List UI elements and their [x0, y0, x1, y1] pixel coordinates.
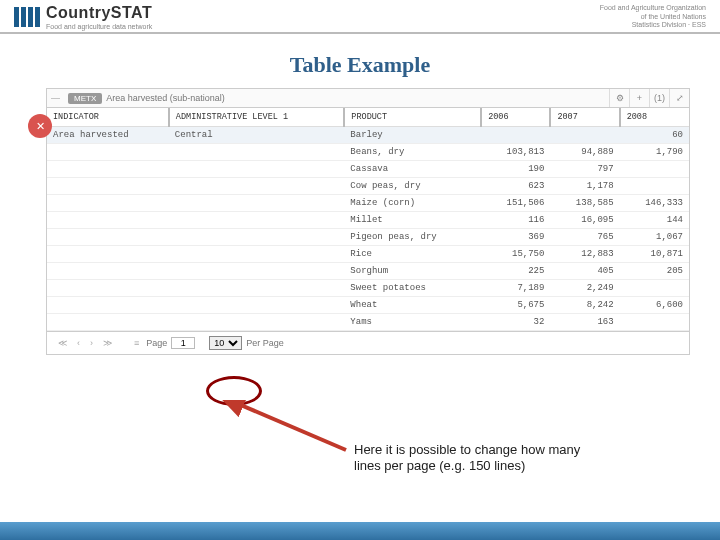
pager-page-label: Page	[146, 338, 167, 348]
cell: 116	[481, 212, 550, 229]
cell: Rice	[344, 246, 481, 263]
plus-icon[interactable]: +	[629, 89, 649, 107]
cell	[620, 314, 689, 331]
count-badge: (1)	[649, 89, 669, 107]
pager-bar: ≪ ‹ › ≫ ≡ Page 10 Per Page	[46, 332, 690, 355]
metadata-badge: METX	[68, 93, 102, 104]
col-2008[interactable]: 2008	[620, 108, 689, 127]
svg-line-0	[236, 403, 346, 450]
cell: 94,889	[550, 144, 619, 161]
annotation-callout: Here it is possible to change how many l…	[354, 442, 580, 475]
cell	[47, 314, 169, 331]
data-table: INDICATOR ADMINISTRATIVE LEVEL 1 PRODUCT…	[47, 108, 689, 331]
table-row[interactable]: Millet11616,095144	[47, 212, 689, 229]
cell: 1,178	[550, 178, 619, 195]
cell: 369	[481, 229, 550, 246]
cell	[620, 280, 689, 297]
table-row[interactable]: Pigeon peas, dry3697651,067	[47, 229, 689, 246]
cell: 32	[481, 314, 550, 331]
col-2007[interactable]: 2007	[550, 108, 619, 127]
cell	[169, 246, 345, 263]
col-indicator[interactable]: INDICATOR	[47, 108, 169, 127]
collapse-toggle[interactable]: —	[47, 93, 64, 103]
pager-prev-icon[interactable]: ‹	[74, 338, 83, 348]
table-header-row: INDICATOR ADMINISTRATIVE LEVEL 1 PRODUCT…	[47, 108, 689, 127]
table-row[interactable]: Rice15,75012,88310,871	[47, 246, 689, 263]
cell: Area harvested	[47, 127, 169, 144]
footer-bar	[0, 522, 720, 540]
brand-bars-icon	[14, 7, 40, 27]
cell	[47, 229, 169, 246]
pager-next-icon[interactable]: ›	[87, 338, 96, 348]
pager-page-input[interactable]	[171, 337, 195, 349]
col-product[interactable]: PRODUCT	[344, 108, 481, 127]
fao-attribution: Food and Agriculture Organization of the…	[600, 4, 706, 29]
cell: 2,249	[550, 280, 619, 297]
cell: 205	[620, 263, 689, 280]
cell	[47, 195, 169, 212]
data-table-wrap: INDICATOR ADMINISTRATIVE LEVEL 1 PRODUCT…	[46, 108, 690, 332]
col-admin[interactable]: ADMINISTRATIVE LEVEL 1	[169, 108, 345, 127]
cell	[47, 280, 169, 297]
cell	[169, 161, 345, 178]
cell	[169, 195, 345, 212]
cell	[47, 144, 169, 161]
table-stage: ✕ — METX Area harvested (sub-national) ⚙…	[46, 88, 690, 355]
cell: 190	[481, 161, 550, 178]
table-row[interactable]: Yams32163	[47, 314, 689, 331]
cell: 138,585	[550, 195, 619, 212]
table-row[interactable]: Maize (corn)151,506138,585146,333	[47, 195, 689, 212]
brand-logo: CountrySTAT Food and agriculture data ne…	[14, 4, 152, 30]
expand-icon[interactable]: ⤢	[669, 89, 689, 107]
cell: Pigeon peas, dry	[344, 229, 481, 246]
cell	[47, 161, 169, 178]
pager-first-icon[interactable]: ≪	[55, 338, 70, 348]
cell: 12,883	[550, 246, 619, 263]
cell: 8,242	[550, 297, 619, 314]
cell: 7,189	[481, 280, 550, 297]
cell	[620, 178, 689, 195]
table-row[interactable]: Sorghum225405205	[47, 263, 689, 280]
table-row[interactable]: Cow peas, dry6231,178	[47, 178, 689, 195]
brand-stat: STAT	[111, 4, 152, 21]
cell: 6,600	[620, 297, 689, 314]
cell	[550, 127, 619, 144]
cell	[47, 212, 169, 229]
cell	[47, 297, 169, 314]
cell	[481, 127, 550, 144]
pager-perpage-label: Per Page	[246, 338, 284, 348]
cell: Sweet potatoes	[344, 280, 481, 297]
cell: Yams	[344, 314, 481, 331]
table-row[interactable]: Wheat5,6758,2426,600	[47, 297, 689, 314]
table-row[interactable]: Cassava190797	[47, 161, 689, 178]
table-toolbar: — METX Area harvested (sub-national) ⚙ +…	[46, 88, 690, 108]
brand-subtitle: Food and agriculture data network	[46, 23, 152, 30]
cell	[169, 229, 345, 246]
cell: 163	[550, 314, 619, 331]
annotation-arrow	[216, 400, 366, 460]
cell	[169, 297, 345, 314]
cell: Cassava	[344, 161, 481, 178]
tools-fab[interactable]: ✕	[28, 114, 52, 138]
cell: 15,750	[481, 246, 550, 263]
pager-last-icon[interactable]: ≫	[100, 338, 115, 348]
cell: Sorghum	[344, 263, 481, 280]
table-row[interactable]: Area harvestedCentralBarley60	[47, 127, 689, 144]
cell: 16,095	[550, 212, 619, 229]
annotation-circle	[206, 376, 262, 406]
gear-icon[interactable]: ⚙	[609, 89, 629, 107]
cell	[47, 246, 169, 263]
table-row[interactable]: Sweet potatoes7,1892,249	[47, 280, 689, 297]
table-row[interactable]: Beans, dry103,81394,8891,790	[47, 144, 689, 161]
pager-list-icon[interactable]: ≡	[131, 338, 142, 348]
cell: Barley	[344, 127, 481, 144]
cell	[169, 144, 345, 161]
cell	[169, 280, 345, 297]
cell	[169, 212, 345, 229]
cell: 151,506	[481, 195, 550, 212]
pager-perpage-select[interactable]: 10	[209, 336, 242, 350]
col-2006[interactable]: 2006	[481, 108, 550, 127]
slide-title: Table Example	[0, 52, 720, 78]
cell: 405	[550, 263, 619, 280]
cell: 1,067	[620, 229, 689, 246]
